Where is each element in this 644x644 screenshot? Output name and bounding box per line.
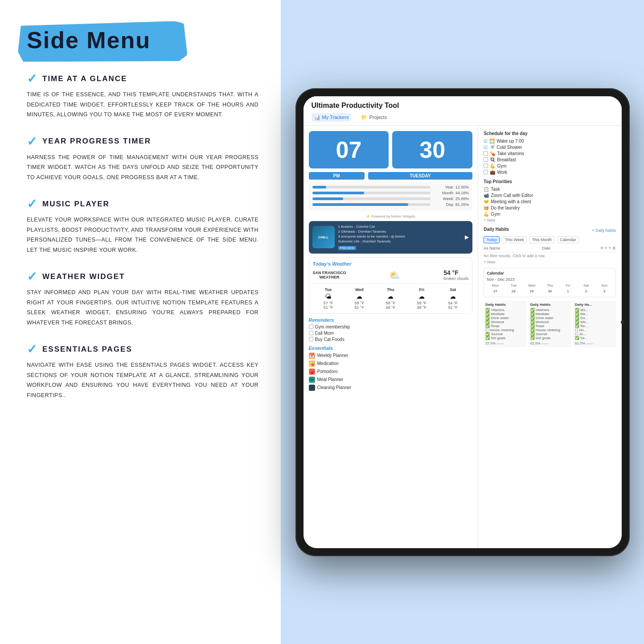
add-habit-button[interactable]: + Daily habits (592, 228, 616, 233)
reminders-title: Reminders (309, 317, 473, 323)
progress-row: Week: 25.89% (312, 197, 469, 201)
right-panel: Ultimate Productivity Tool 📊 My Trackers… (281, 0, 644, 644)
weather-day: Wed ☁ 59 °F51 °F (355, 287, 365, 310)
habit-tab-calendar[interactable]: Calendar (557, 236, 579, 243)
feature-title-time: TIME AT A GLANCE (42, 74, 127, 83)
progress-label: Day: 81.26% (433, 202, 469, 207)
clock-day: TUESDAY (368, 172, 472, 180)
music-player: CHILL 1 Araishu - Colorful Cat 2 Okinawa… (309, 221, 473, 254)
music-thumbnail: CHILL (312, 226, 335, 248)
checkbox-checked[interactable]: ☑ (484, 139, 488, 144)
reminder-item: Buy Cat Foods (309, 337, 473, 342)
weather-title: Today's Weather (313, 261, 469, 267)
col-date: Date (542, 246, 599, 250)
notion-body: 07 30 PM TUESDAY (304, 126, 622, 548)
priority-item: 🤝Meeting with a client (484, 199, 616, 204)
essential-item[interactable]: 💊Medication (309, 361, 473, 367)
priorities-list: 📋Task📹Zoom Call with Editor🤝Meeting with… (484, 187, 616, 217)
progress-label: Week: 25.89% (433, 197, 469, 201)
essential-icon: ✏ (309, 385, 315, 391)
weather-forecast: Tue 🌤 57 °F51 °F Wed ☁ 59 °F51 °F Thu ☁ … (313, 287, 469, 310)
checkmark-time: ✓ (27, 71, 37, 86)
feature-header-time: ✓ TIME AT A GLANCE (27, 71, 258, 86)
feature-weather: ✓ WEATHER WIDGET STAY INFORMED AND PLAN … (27, 269, 258, 328)
tablet-screen: Ultimate Productivity Tool 📊 My Trackers… (304, 96, 622, 548)
feature-essentials: ✓ ESSENTIALS PAGES NAVIGATE WITH EASE US… (27, 342, 258, 400)
tab-projects[interactable]: 📁 Projects (358, 113, 390, 122)
reminder-checkbox[interactable] (309, 337, 313, 341)
essential-item[interactable]: ✏Cleaning Planner (309, 385, 473, 391)
essential-item[interactable]: 🍅Pomodoro (309, 369, 473, 375)
new-habit-button[interactable]: + New (484, 260, 616, 264)
feature-title-weather: WEATHER WIDGET (42, 272, 125, 281)
clock-minute-box: 30 (392, 131, 472, 168)
essential-icon: 💊 (309, 361, 315, 367)
checkbox-checked[interactable]: ☑ (484, 145, 488, 150)
habits-title: Daily Habits (484, 227, 509, 232)
weather-widget: Today's Weather SAN FRANCISCOWEATHER ⛅ 5… (309, 257, 473, 314)
priority-item: 🧺Do the laundry (484, 205, 616, 210)
habit-tab-this-week[interactable]: This Week (502, 236, 526, 243)
priority-item: 📋Task (484, 187, 616, 192)
checkmark-essentials: ✓ (27, 342, 37, 357)
weather-sun-icon: ⛅ (389, 270, 400, 280)
reminder-item: Gym membership (309, 324, 473, 329)
features-list: ✓ TIME AT A GLANCE TIME IS OF THE ESSENC… (27, 71, 258, 400)
reminders-list: Gym membershipCall MomBuy Cat Foods (309, 324, 473, 342)
priority-item: 📹Zoom Call with Editor (484, 193, 616, 198)
essential-icon: 🍽 (309, 377, 315, 383)
music-track-2: 2 Okinawa - Domitari Taranotu (338, 230, 462, 234)
essential-item[interactable]: 📅Weekly Planner (309, 353, 473, 359)
tab-my-trackers[interactable]: 📊 My Trackers (312, 113, 352, 122)
checkbox-empty[interactable] (484, 157, 488, 162)
feature-title-essentials: ESSENTIALS PAGES (42, 345, 132, 354)
progress-label: Month: 44.18% (433, 191, 469, 195)
habit-tab-today[interactable]: Today (484, 236, 500, 243)
feature-desc-weather: STAY INFORMED AND PLAN YOUR DAY WITH REA… (27, 287, 258, 328)
feature-header-music: ✓ MUSIC PLAYER (27, 197, 258, 211)
progress-section: Year: 12.00% Month: 44.18% Week: 25.89% … (309, 182, 473, 211)
feature-desc-music: ELEVATE YOUR WORKSPACE WITH OUR INTEGRAT… (27, 215, 258, 255)
tablet: Ultimate Productivity Tool 📊 My Trackers… (295, 88, 630, 556)
schedule-item: ☑🌅Wake up 7:00 (484, 139, 616, 144)
habits-col-1: Daily Habits ✅ Vitamins ✅ Meditate ✅ Dri… (484, 301, 526, 347)
weather-day: Tue 🌤 57 °F51 °F (324, 287, 333, 310)
essential-icon: 🍅 (309, 369, 315, 375)
schedule-item: ☑🚿Cold Shower (484, 145, 616, 150)
feature-time: ✓ TIME AT A GLANCE TIME IS OF THE ESSENC… (27, 71, 258, 120)
checkbox-empty[interactable] (484, 151, 488, 156)
notion-app-title: Ultimate Productivity Tool (312, 102, 614, 110)
reminder-checkbox[interactable] (309, 331, 313, 335)
weather-day: Sat ☁ 54 °F52 °F (448, 287, 458, 310)
essentials-list: 📅Weekly Planner💊Medication🍅Pomodoro🍽Meal… (309, 353, 473, 391)
habit-tab-this-month[interactable]: This Month (529, 236, 555, 243)
tablet-outer: Ultimate Productivity Tool 📊 My Trackers… (295, 88, 630, 556)
checkbox-empty[interactable] (484, 170, 488, 174)
feature-header-year-progress: ✓ YEAR PROGRESS TIMER (27, 134, 258, 149)
essential-item[interactable]: 🍽Meal Planner (309, 377, 473, 383)
new-priority[interactable]: + New (484, 218, 616, 222)
calendar-section: Calendar Nov - Dec 2023 Mon Tue Wed Thu … (484, 268, 616, 297)
progress-bar-bg (312, 203, 431, 206)
essentials-title: Essentials (309, 345, 473, 351)
projects-icon: 📁 (361, 115, 367, 120)
reminder-item: Call Mom (309, 331, 473, 336)
checkmark-weather: ✓ (27, 269, 37, 284)
col-actions: ⚙ ✕ ✕ 🗑 (600, 246, 616, 250)
checkbox-empty[interactable] (484, 164, 488, 168)
progress-bar-fill (312, 186, 327, 189)
music-track-1: 1 Araishu - Colorful Cat (338, 225, 462, 229)
essentials-section: Essentials 📅Weekly Planner💊Medication🍅Po… (309, 345, 473, 391)
music-tag: PREVIEW (338, 246, 356, 250)
checkmark-year-progress: ✓ (27, 134, 37, 149)
music-track-3: 3 everyone wants to be needed - dj skeen… (338, 234, 462, 238)
music-controls[interactable]: ▶ (465, 234, 469, 240)
title-area: Side Menu (27, 27, 258, 53)
clock-hour-box: 07 (309, 131, 389, 168)
weather-city: SAN FRANCISCOWEATHER (313, 271, 346, 279)
schedule-list: ☑🌅Wake up 7:00☑🚿Cold Shower💊Take vitamin… (484, 139, 616, 175)
priorities-title: Top Priorities (484, 179, 616, 184)
left-panel: Side Menu ✓ TIME AT A GLANCE TIME IS OF … (0, 0, 281, 644)
music-info: 1 Araishu - Colorful Cat 2 Okinawa - Dom… (338, 225, 462, 250)
reminder-checkbox[interactable] (309, 324, 313, 329)
